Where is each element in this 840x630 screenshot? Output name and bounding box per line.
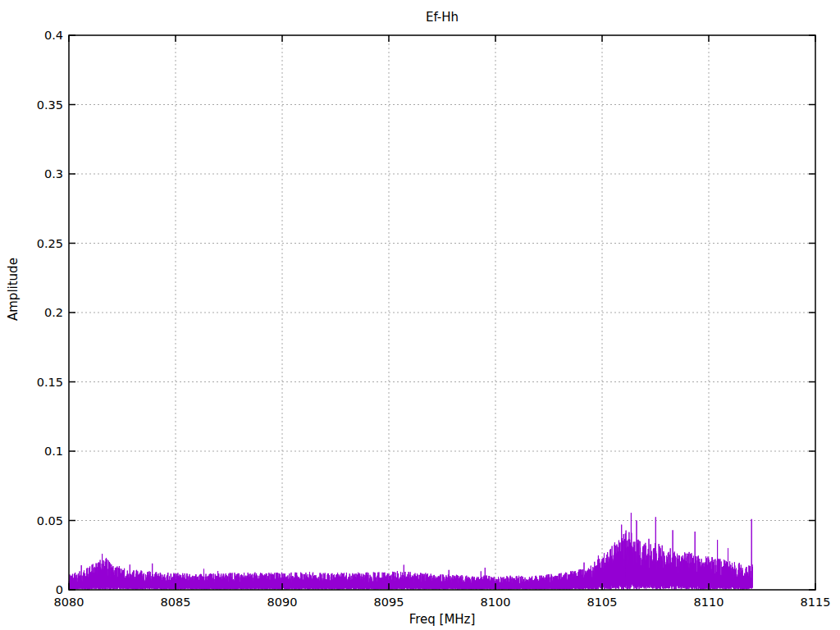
x-tick-label: 8090 (267, 595, 298, 609)
x-tick-label: 8105 (587, 595, 618, 609)
x-axis-title: Freq [MHz] (69, 612, 815, 627)
y-tick-label: 0.35 (0, 98, 63, 112)
y-tick-label: 0 (0, 582, 63, 597)
y-tick-label: 0.4 (0, 28, 63, 43)
series-trace (69, 513, 753, 589)
y-tick-label: 0.25 (0, 236, 63, 251)
x-tick-label: 8110 (694, 595, 724, 609)
chart-title: Ef-Hh (69, 10, 815, 25)
plot-canvas (0, 0, 840, 630)
y-tick-label: 0.3 (0, 167, 63, 181)
x-tick-label: 8100 (481, 595, 511, 609)
x-tick-label: 8095 (374, 595, 404, 609)
y-tick-label: 0.15 (0, 375, 63, 390)
chart-figure: Ef-Hh Freq [MHz] Amplitude 8080808580908… (0, 0, 840, 630)
x-tick-label: 8085 (161, 595, 191, 609)
y-tick-label: 0.1 (0, 444, 63, 459)
y-tick-label: 0.2 (0, 305, 63, 320)
y-tick-label: 0.05 (0, 514, 63, 528)
x-tick-label: 8115 (801, 595, 831, 609)
